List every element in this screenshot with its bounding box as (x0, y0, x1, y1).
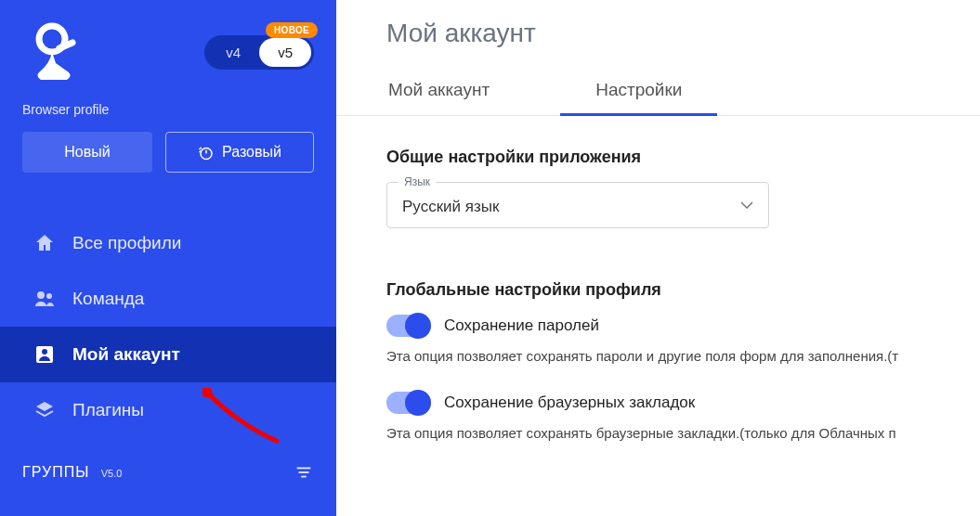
tab-settings[interactable]: Настройки (594, 76, 684, 115)
svg-point-8 (42, 349, 47, 355)
app-logo (26, 19, 78, 84)
nav-label: Мой аккаунт (72, 344, 180, 365)
nav-label: Все профили (72, 233, 181, 253)
profile-section: Browser profile Новый Разовый (0, 98, 336, 189)
timer-icon (198, 144, 215, 161)
groups-version: V5.0 (101, 468, 123, 479)
svg-line-3 (200, 148, 202, 149)
sidebar-item-plugins[interactable]: Плагины (0, 382, 336, 438)
toggle-save-bookmarks-block: Сохранение браузерных закладок Эта опция… (386, 392, 980, 441)
version-toggle: НОВОЕ v4 v5 (204, 35, 314, 70)
tabs: Мой аккаунт Настройки (336, 76, 980, 116)
onetime-profile-button[interactable]: Разовый (165, 132, 314, 173)
groups-title-wrap: ГРУППЫ V5.0 (22, 464, 122, 481)
sidebar: НОВОЕ v4 v5 Browser profile Новый Разовы… (0, 0, 336, 516)
sidebar-item-team[interactable]: Команда (0, 271, 336, 327)
toggle-label: Сохранение браузерных закладок (444, 393, 695, 412)
team-icon (33, 288, 56, 310)
version-v4-pill[interactable]: v4 (207, 38, 259, 67)
general-settings-title: Общие настройки приложения (386, 148, 980, 167)
onetime-button-label: Разовый (222, 144, 281, 161)
version-v5-pill[interactable]: v5 (259, 38, 311, 67)
toggle-save-passwords[interactable] (386, 315, 431, 337)
svg-line-4 (200, 151, 202, 153)
toggle-desc: Эта опция позволяет сохранять пароли и д… (386, 348, 980, 364)
sidebar-header: НОВОЕ v4 v5 (0, 0, 336, 98)
language-select-value: Русский язык (402, 198, 499, 215)
sort-icon[interactable] (294, 462, 314, 483)
groups-header: ГРУППЫ V5.0 (0, 447, 336, 490)
language-select[interactable]: Язык Русский язык (386, 182, 769, 228)
language-select-label: Язык (399, 175, 436, 188)
new-badge: НОВОЕ (266, 22, 318, 38)
global-profile-section: Глобальные настройки профиля Сохранение … (386, 280, 980, 441)
toggle-knob (405, 313, 431, 339)
sidebar-item-my-account[interactable]: Мой аккаунт (0, 327, 336, 382)
toggle-knob (405, 390, 431, 416)
svg-point-6 (46, 293, 52, 299)
profile-label: Browser profile (22, 102, 314, 117)
page-title: Мой аккаунт (336, 19, 980, 76)
toggle-save-bookmarks[interactable] (386, 392, 431, 414)
toggle-save-passwords-block: Сохранение паролей Эта опция позволяет с… (386, 315, 980, 364)
sidebar-item-all-profiles[interactable]: Все профили (0, 215, 336, 271)
toggle-row: Сохранение браузерных закладок (386, 392, 980, 414)
sidebar-nav: Все профили Команда Мой аккаунт Плагины (0, 215, 336, 438)
new-profile-button[interactable]: Новый (22, 132, 152, 173)
settings-content: Общие настройки приложения Язык Русский … (336, 116, 980, 441)
main-content: Мой аккаунт Мой аккаунт Настройки Общие … (336, 0, 980, 516)
home-icon (33, 232, 56, 254)
svg-point-5 (37, 291, 45, 299)
toggle-desc: Эта опция позволяет сохранять браузерные… (386, 425, 980, 441)
chevron-down-icon (740, 201, 753, 209)
nav-label: Плагины (72, 400, 144, 420)
groups-title: ГРУППЫ (22, 464, 89, 480)
nav-label: Команда (72, 289, 144, 309)
toggle-row: Сохранение паролей (386, 315, 980, 337)
global-profile-title: Глобальные настройки профиля (386, 280, 980, 300)
layers-icon (33, 399, 56, 421)
tab-my-account[interactable]: Мой аккаунт (386, 76, 491, 115)
account-icon (33, 343, 56, 366)
profile-buttons: Новый Разовый (22, 132, 314, 173)
toggle-label: Сохранение паролей (444, 316, 599, 335)
